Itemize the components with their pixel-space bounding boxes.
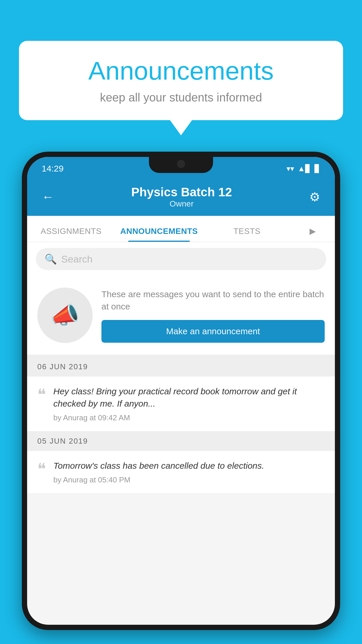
quote-icon-2: ❝ <box>37 461 46 484</box>
announcement-meta-2: by Anurag at 05:40 PM <box>53 475 325 484</box>
tab-more[interactable]: ▶ <box>291 226 335 242</box>
status-icons: ▾▾ ▲▊ ▊ <box>287 164 320 173</box>
date-separator-1: 06 JUN 2019 <box>27 357 335 377</box>
announcement-prompt: 📣 These are messages you want to send to… <box>27 276 335 357</box>
header-center: Physics Batch 12 Owner <box>57 185 306 209</box>
announcement-text-1: Hey class! Bring your practical record b… <box>53 385 325 410</box>
phone-screen: 14:29 ▾▾ ▲▊ ▊ ← Physics Batch 12 Owner ⚙… <box>27 157 335 625</box>
announcement-item-2[interactable]: ❝ Tomorrow's class has been cancelled du… <box>27 451 335 494</box>
date-separator-2: 05 JUN 2019 <box>27 431 335 451</box>
speech-bubble-container: Announcements keep all your students inf… <box>19 41 343 120</box>
app-header: ← Physics Batch 12 Owner ⚙ <box>27 178 335 216</box>
wifi-icon: ▾▾ <box>287 164 294 173</box>
header-subtitle: Owner <box>57 199 306 209</box>
make-announcement-button[interactable]: Make an announcement <box>101 320 325 343</box>
phone-container: 14:29 ▾▾ ▲▊ ▊ ← Physics Batch 12 Owner ⚙… <box>22 152 340 644</box>
prompt-content: These are messages you want to send to t… <box>101 288 325 343</box>
megaphone-circle: 📣 <box>37 288 93 343</box>
tab-tests[interactable]: TESTS <box>203 227 291 242</box>
announcement-item-1[interactable]: ❝ Hey class! Bring your practical record… <box>27 377 335 431</box>
announcement-content-1: Hey class! Bring your practical record b… <box>53 385 325 422</box>
search-container: 🔍 Search <box>27 242 335 276</box>
search-placeholder: Search <box>61 253 93 265</box>
tab-assignments[interactable]: ASSIGNMENTS <box>27 227 115 242</box>
tab-bar: ASSIGNMENTS ANNOUNCEMENTS TESTS ▶ <box>27 216 335 242</box>
bubble-subtitle: keep all your students informed <box>36 91 326 104</box>
announcement-content-2: Tomorrow's class has been cancelled due … <box>53 460 325 484</box>
phone-camera <box>177 160 185 168</box>
settings-icon[interactable]: ⚙ <box>306 187 323 207</box>
announcement-meta-1: by Anurag at 09:42 AM <box>53 413 325 422</box>
bubble-title: Announcements <box>36 57 326 85</box>
quote-icon-1: ❝ <box>37 387 46 422</box>
megaphone-icon: 📣 <box>50 302 80 329</box>
search-icon: 🔍 <box>45 253 57 265</box>
back-button[interactable]: ← <box>39 187 57 207</box>
speech-bubble: Announcements keep all your students inf… <box>19 41 343 120</box>
tab-announcements[interactable]: ANNOUNCEMENTS <box>115 227 203 242</box>
status-time: 14:29 <box>42 164 64 174</box>
prompt-description: These are messages you want to send to t… <box>101 288 325 313</box>
phone-outer: 14:29 ▾▾ ▲▊ ▊ ← Physics Batch 12 Owner ⚙… <box>22 152 340 630</box>
signal-icon: ▲▊ <box>298 164 311 173</box>
battery-icon: ▊ <box>314 164 320 173</box>
search-bar[interactable]: 🔍 Search <box>36 248 326 270</box>
header-title: Physics Batch 12 <box>57 185 306 199</box>
announcement-text-2: Tomorrow's class has been cancelled due … <box>53 460 325 472</box>
